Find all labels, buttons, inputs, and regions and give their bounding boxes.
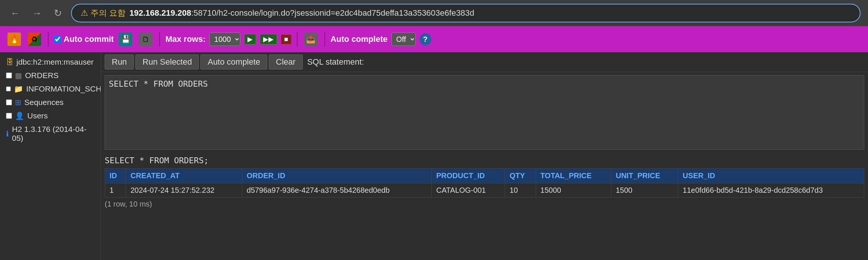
sidebar-orders-label: ORDERS xyxy=(25,71,59,80)
toolbar-run-all-btn[interactable]: ▶▶ xyxy=(260,34,277,44)
sql-content: SELECT * FROM ORDERS xyxy=(109,79,208,89)
cell-0-6: 1500 xyxy=(611,183,678,198)
db-icon: 🗄 xyxy=(6,58,13,66)
info-schema-checkbox[interactable] xyxy=(6,86,11,92)
cell-0-7: 11e0fd66-bd5d-421b-8a29-dcd258c6d7d3 xyxy=(678,183,864,198)
toolbar-export-btn[interactable]: 📤 xyxy=(303,31,319,47)
table-header-row: ID CREATED_AT ORDER_ID PRODUCT_ID QTY TO… xyxy=(105,168,864,183)
warning-icon: ⚠ 주의 요함 xyxy=(81,7,126,19)
sidebar-item-info-schema[interactable]: 📁 INFORMATION_SCHEMA xyxy=(0,82,101,96)
toolbar-btn-3[interactable]: 💾 xyxy=(117,31,134,47)
sidebar-item-orders[interactable]: ▦ ORDERS xyxy=(0,69,101,82)
sidebar-item-users[interactable]: 👤 Users xyxy=(0,109,101,123)
folder-icon: 📁 xyxy=(14,84,23,93)
auto-commit-checkbox-label[interactable]: Auto commit xyxy=(54,34,114,44)
sidebar-info-schema-label: INFORMATION_SCHEMA xyxy=(26,84,101,93)
toolbar-stop-btn[interactable]: ■ xyxy=(281,34,292,44)
cell-0-3: CATALOG-001 xyxy=(432,183,505,198)
col-header-total-price: TOTAL_PRICE xyxy=(536,168,611,183)
toolbar-icon-export: 📤 xyxy=(304,32,318,46)
right-panel: Run Run Selected Auto complete Clear SQL… xyxy=(101,52,868,260)
browser-chrome: ← → ↻ ⚠ 주의 요함 192.168.219.208:58710/h2-c… xyxy=(0,0,868,26)
results-area: SELECT * FROM ORDERS; ID CREATED_AT ORDE… xyxy=(101,153,868,260)
results-footer: (1 row, 10 ms) xyxy=(105,200,864,208)
toolbar-icon-orange: 🔥 xyxy=(7,32,21,46)
col-header-user-id: USER_ID xyxy=(678,168,864,183)
separator-2 xyxy=(159,32,160,47)
sidebar-users-label: Users xyxy=(27,111,48,120)
users-checkbox[interactable] xyxy=(6,113,12,119)
col-header-qty: QTY xyxy=(505,168,536,183)
toolbar-btn-1[interactable]: 🔥 xyxy=(6,31,22,47)
auto-complete-button[interactable]: Auto complete xyxy=(200,55,267,69)
toolbar-btn-4[interactable]: 🗋 xyxy=(138,31,154,47)
cell-0-4: 10 xyxy=(505,183,536,198)
max-rows-select[interactable]: 1000 xyxy=(209,32,240,46)
sequences-checkbox[interactable] xyxy=(6,99,12,105)
toolbar-icon-gray: 🗋 xyxy=(139,32,153,46)
sequences-icon: ⊞ xyxy=(15,98,21,107)
run-button[interactable]: Run xyxy=(105,55,134,69)
cell-0-1: 2024-07-24 15:27:52.232 xyxy=(126,183,242,198)
results-table: ID CREATED_AT ORDER_ID PRODUCT_ID QTY TO… xyxy=(105,168,864,198)
sidebar-db-label: jdbc:h2:mem:msauser xyxy=(16,58,94,66)
toolbar-icon-teal: 💾 xyxy=(119,32,132,46)
auto-commit-checkbox[interactable] xyxy=(54,35,61,43)
reload-button[interactable]: ↻ xyxy=(51,6,65,21)
separator-3 xyxy=(297,32,298,47)
sidebar-item-db[interactable]: 🗄 jdbc:h2:mem:msauser xyxy=(0,55,101,69)
address-bar[interactable]: ⚠ 주의 요함 192.168.219.208:58710/h2-console… xyxy=(71,4,861,22)
sidebar-version-label: H2 1.3.176 (2014-04-05) xyxy=(12,125,95,143)
col-header-product-id: PRODUCT_ID xyxy=(432,168,505,183)
cell-0-5: 15000 xyxy=(536,183,611,198)
forward-button[interactable]: → xyxy=(29,6,45,21)
run-selected-button[interactable]: Run Selected xyxy=(135,55,199,69)
cell-0-2: d5796a97-936e-4274-a378-5b4268ed0edb xyxy=(242,183,431,198)
separator-4 xyxy=(324,32,325,47)
toolbar: 🔥 ♻ Auto commit 💾 🗋 Max rows: 1000 ▶ ▶▶ … xyxy=(0,26,868,52)
main-content: 🗄 jdbc:h2:mem:msauser ▦ ORDERS 📁 INFORMA… xyxy=(0,52,868,260)
auto-commit-label: Auto commit xyxy=(64,34,114,44)
sidebar-sequences-label: Sequences xyxy=(24,98,64,107)
users-icon: 👤 xyxy=(15,111,24,120)
col-header-unit-price: UNIT_PRICE xyxy=(611,168,678,183)
sql-statement-label: SQL statement: xyxy=(307,57,364,67)
info-icon: ℹ xyxy=(6,129,9,138)
separator-1 xyxy=(48,32,49,47)
cell-0-0: 1 xyxy=(105,183,126,198)
sql-editor[interactable]: SELECT * FROM ORDERS xyxy=(105,75,864,150)
auto-complete-label: Auto complete xyxy=(330,34,388,44)
action-bar: Run Run Selected Auto complete Clear SQL… xyxy=(101,52,868,72)
results-query: SELECT * FROM ORDERS; xyxy=(105,156,864,165)
clear-button[interactable]: Clear xyxy=(269,55,303,69)
table-row: 12024-07-24 15:27:52.232d5796a97-936e-42… xyxy=(105,183,864,198)
auto-complete-select[interactable]: Off xyxy=(391,32,416,46)
toolbar-btn-2[interactable]: ♻ xyxy=(26,31,43,47)
col-header-created-at: CREATED_AT xyxy=(126,168,242,183)
table-icon: ▦ xyxy=(15,71,22,80)
orders-checkbox[interactable] xyxy=(6,72,12,78)
toolbar-run-btn[interactable]: ▶ xyxy=(244,34,256,44)
col-header-order-id: ORDER_ID xyxy=(242,168,431,183)
toolbar-icon-multi: ♻ xyxy=(28,32,41,46)
address-text: 192.168.219.208:58710/h2-console/login.d… xyxy=(129,8,474,18)
sidebar-item-sequences[interactable]: ⊞ Sequences xyxy=(0,96,101,109)
help-button[interactable]: ? xyxy=(419,33,431,45)
col-header-id: ID xyxy=(105,168,126,183)
sidebar: 🗄 jdbc:h2:mem:msauser ▦ ORDERS 📁 INFORMA… xyxy=(0,52,101,260)
sidebar-item-version: ℹ H2 1.3.176 (2014-04-05) xyxy=(0,123,101,145)
max-rows-label: Max rows: xyxy=(165,34,206,44)
back-button[interactable]: ← xyxy=(7,6,23,21)
